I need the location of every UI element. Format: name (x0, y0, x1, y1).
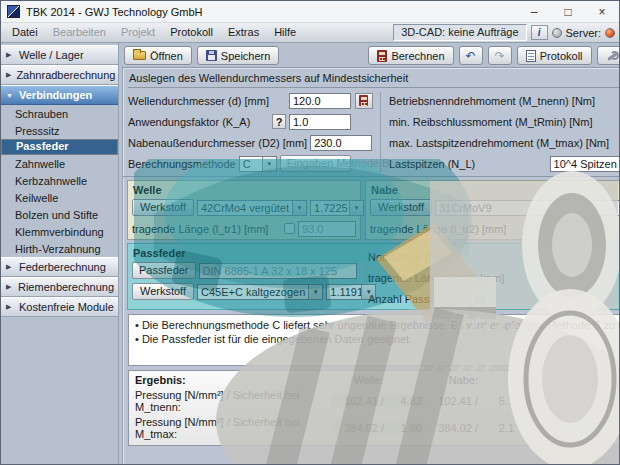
passfeder-left: Passfeder Passfeder Werkstoff C45E+C kal… (128, 244, 362, 309)
passfeder-length-label: tragende Länge (l_tr3) [mm] (368, 272, 620, 284)
lastspitzen-label: Lastspitzen (N_L) (389, 158, 547, 170)
undo-icon: ↶ (466, 50, 476, 62)
menu-extras[interactable]: Extras (221, 24, 266, 41)
sidebar-item-schrauben[interactable]: Schrauben (1, 105, 118, 122)
sidebar-group-zahnradberechnung[interactable]: ▶ Zahnradberechnung (1, 65, 118, 85)
calculate-label: Berechnen (391, 50, 444, 62)
sidebar-item-zahnwelle[interactable]: Zahnwelle (1, 155, 118, 172)
help-question-button[interactable]: ? (272, 114, 286, 129)
menu-projekt: Projekt (114, 24, 162, 41)
sidebar-group-riemenberechnung[interactable]: ▶ Riemenberechnung (1, 277, 118, 297)
sidebar-item-bolzen-und-stifte[interactable]: Bolzen und Stifte (1, 206, 118, 223)
sidebar-group-label: Zahnradberechnung (16, 69, 115, 81)
close-button[interactable]: × (585, 1, 619, 23)
passfeder-group-wrap: Passfeder Passfeder Werkstoff C45E+C kal… (123, 240, 620, 310)
betriebsnenndrehmoment-label: Betriebsnenndrehmoment (M_tnenn) [Nm] (389, 95, 620, 107)
menu-hilfe[interactable]: Hilfe (267, 24, 303, 41)
undo-button[interactable]: ↶ (459, 46, 483, 65)
welle-length-checkbox[interactable] (284, 223, 295, 234)
minimize-button[interactable]: – (517, 1, 551, 23)
sidebar-group-label: Welle / Lager (19, 49, 84, 61)
anzahl-passfedern-label: Anzahl Passfedern (i_p) (368, 293, 620, 305)
passfeder-werkstoff-button[interactable]: Werkstoff (132, 283, 194, 300)
calculator-button[interactable] (355, 93, 373, 109)
welle-nabe-groups: Welle Werkstoff 42CrMo4 vergütet ▼ 1.722… (123, 177, 620, 240)
result-welle-pressung-tnenn: 102.41 / (331, 395, 387, 407)
lastspitzen-select[interactable]: 10^4 Spitzen ▼ (550, 156, 620, 172)
sidebar-group-welle-lager[interactable]: ▶ Welle / Lager (1, 45, 118, 65)
menu-bar: Datei Bearbeiten Projekt Protokoll Extra… (1, 23, 619, 43)
result-grid: Ergebnis: Welle: Nabe: Passfeder: Pressu… (135, 374, 620, 440)
sidebar-item-passfeder[interactable]: Passfeder (1, 139, 118, 155)
settings-button[interactable]: Einstellungen (597, 46, 620, 65)
calculate-button[interactable]: Berechnen (368, 46, 453, 65)
sidebar-item-presssitz[interactable]: Presssitz (1, 122, 118, 139)
welle-material-number-select[interactable]: 1.7225 ▼ (310, 200, 364, 216)
app-icon (7, 5, 20, 18)
sidebar-item-keilwelle[interactable]: Keilwelle (1, 189, 118, 206)
sidebar-group-federberechnung[interactable]: ▶ Federberechnung (1, 257, 118, 277)
sidebar-item-hirth-verzahnung[interactable]: Hirth-Verzahnung (1, 240, 118, 257)
open-button[interactable]: Öffnen (124, 46, 192, 65)
lastspitzen-select-value: 10^4 Spitzen (551, 157, 620, 171)
dropdown-arrow-icon: ▼ (308, 285, 322, 299)
welle-material-value: 42CrMo4 vergütet (198, 201, 292, 215)
result-welle-sicherheit-tnenn: 4.83 (387, 395, 425, 407)
result-title: Ergebnis: (135, 374, 331, 386)
passfeder-button[interactable]: Passfeder (132, 262, 196, 279)
maximize-button[interactable]: □ (551, 1, 585, 23)
menu-protokoll[interactable]: Protokoll (163, 24, 220, 41)
nabe-length-label: tragende Länge (l_tr2) [mm] (370, 223, 620, 235)
nabe-material-select[interactable]: 31CrMoV9 ▼ (435, 200, 620, 216)
berechnungsmethode-select[interactable]: C ▼ (239, 156, 277, 172)
save-floppy-icon (206, 50, 217, 61)
collapsed-triangle-icon: ▶ (6, 303, 14, 311)
collapsed-triangle-icon: ▶ (6, 263, 14, 271)
menu-datei[interactable]: Datei (5, 24, 45, 41)
result-nabe-sicherheit-tnenn: 5.7 (481, 395, 517, 407)
result-col-passfeder: Passfeder: (517, 374, 571, 386)
welle-material-select[interactable]: 42CrMo4 vergütet ▼ (197, 200, 307, 216)
nabenaussendurchmesser-input[interactable] (310, 135, 372, 151)
dropdown-arrow-icon: ▼ (292, 201, 306, 215)
normlaenge-label: Normlänge [mm] (368, 251, 620, 263)
cad-status-box: 3D-CAD: keine Aufträge (393, 24, 526, 41)
dropdown-arrow-icon: ▼ (349, 201, 363, 215)
nabenaussendurchmesser-label: Nabenaußendurchmesser (D2) [mm] (128, 137, 307, 149)
dropdown-arrow-icon: ▼ (262, 157, 276, 171)
message-box: • Die Berechnungsmethode C liefert sehr … (128, 314, 620, 366)
save-label: Speichern (221, 50, 271, 62)
protocol-label: Protokoll (540, 50, 583, 62)
content-panel: Auslegen des Wellendurchmessers auf Mind… (122, 67, 620, 465)
anwendungsfaktor-input[interactable] (289, 114, 351, 130)
nabe-werkstoff-button[interactable]: Werkstoff (370, 199, 432, 216)
wellendurchmesser-input[interactable] (289, 93, 351, 109)
nabe-group: Nabe Werkstoff 31CrMoV9 ▼ 1.8519 ▼ (365, 180, 620, 240)
result-passfeder-pressung-tnenn: 102.41 / (517, 395, 571, 407)
wellendurchmesser-label: Wellendurchmesser (d) [mm] (128, 95, 286, 107)
sidebar-group-kostenfreie-module[interactable]: ▶ Kostenfreie Module (1, 297, 118, 317)
info-button[interactable]: i (531, 25, 548, 40)
input-form: Wellendurchmesser (d) [mm] Anwendungsfak… (123, 88, 620, 177)
passfeder-title: Passfeder (128, 244, 361, 260)
sidebar-group-verbindungen[interactable]: ▼ Verbindungen (1, 85, 118, 105)
berechnungsmethode-label: Berechnungsmethode (128, 158, 236, 170)
section-title: Auslegen des Wellendurchmessers auf Mind… (128, 71, 620, 88)
toolbar: Öffnen Speichern Berechnen ↶ ↷ (119, 43, 620, 67)
window-title: TBK 2014 - GWJ Technology GmbH (26, 6, 517, 18)
anwendungsfaktor-label: Anwendungsfaktor (K_A) (128, 116, 269, 128)
protocol-button[interactable]: Protokoll (517, 46, 592, 65)
welle-length-label: tragende Länge (l_tr1) [mm] (132, 223, 281, 235)
sidebar-group-label: Federberechnung (19, 261, 106, 273)
result-nabe-sicherheit-tmax: 2.1 (481, 422, 517, 434)
sidebar-item-klemmverbindung[interactable]: Klemmverbindung (1, 223, 118, 240)
sidebar-group-label: Kostenfreie Module (19, 301, 114, 313)
form-left-column: Wellendurchmesser (d) [mm] Anwendungsfak… (128, 92, 380, 172)
welle-werkstoff-button[interactable]: Werkstoff (132, 199, 194, 216)
sidebar-empty-area (1, 317, 118, 465)
save-button[interactable]: Speichern (197, 46, 280, 65)
passfeder-material-number: 1.1191 (327, 285, 361, 299)
sidebar-item-kerbzahnwelle[interactable]: Kerbzahnwelle (1, 172, 118, 189)
menu-status-area: 3D-CAD: keine Aufträge i Server: (393, 24, 615, 41)
passfeder-material-select[interactable]: C45E+C kaltgezogen ▼ (197, 284, 323, 300)
